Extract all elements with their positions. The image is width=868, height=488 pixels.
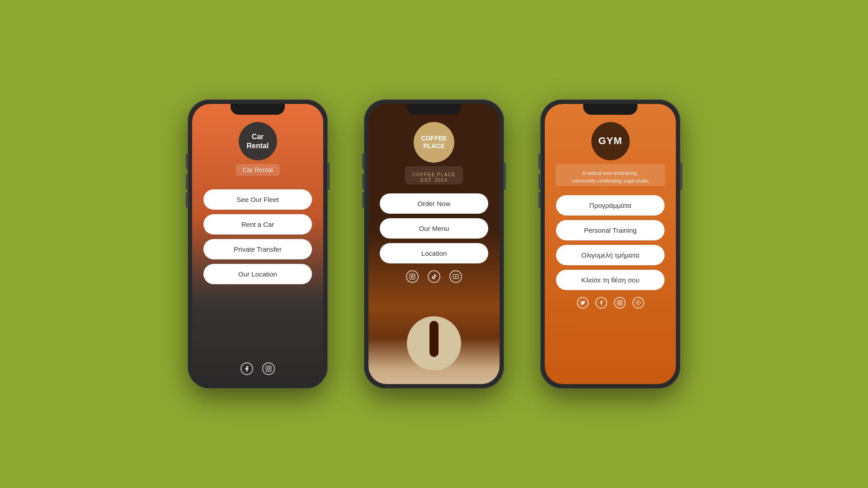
youtube-icon[interactable] — [449, 270, 462, 283]
oligomeli-button[interactable]: Ολιγομελή τμήματα — [556, 245, 665, 265]
svg-marker-7 — [455, 276, 457, 278]
notch-car-rental — [231, 104, 285, 115]
notch-gym — [583, 104, 637, 115]
gym-instagram-icon[interactable] — [614, 297, 626, 309]
gym-decoration — [617, 343, 676, 384]
svg-point-5 — [414, 275, 414, 275]
coffee-menu: Order Now Our Menu Location — [380, 193, 488, 263]
gym-social-icons — [577, 297, 644, 309]
svg-rect-8 — [618, 300, 622, 305]
kleise-thesi-button[interactable]: Κλείσε τη θέση σου — [556, 270, 665, 290]
svg-point-4 — [411, 276, 414, 278]
phone-gym: GYM A radical-love-embracing,community-c… — [540, 99, 680, 389]
our-location-button[interactable]: Our Location — [203, 264, 312, 284]
order-now-button[interactable]: Order Now — [380, 193, 488, 214]
svg-point-9 — [619, 302, 621, 304]
car-rental-logo: CarRental — [239, 122, 277, 160]
phone-screen-coffee-place: COFFEEPLACE COFFEE PLACEEST. 2014 Order … — [368, 104, 500, 384]
facebook-icon[interactable] — [241, 362, 253, 375]
gym-name-box: A radical-love-embracing,community-celeb… — [556, 164, 665, 186]
coffee-logo-text: COFFEEPLACE — [421, 135, 447, 150]
phone-car-rental: CarRental Car Rental See Our Fleet Rent … — [188, 99, 328, 389]
car-rental-app-name: Car Rental — [243, 166, 273, 174]
car-rental-social — [241, 362, 275, 375]
instagram-icon[interactable] — [262, 362, 275, 375]
phone-coffee-place: COFFEEPLACE COFFEE PLACEEST. 2014 Order … — [364, 99, 504, 389]
car-rental-logo-text: CarRental — [247, 132, 269, 150]
rent-car-button[interactable]: Rent a Car — [203, 214, 312, 235]
our-menu-button[interactable]: Our Menu — [380, 218, 488, 239]
car-rental-screen: CarRental Car Rental See Our Fleet Rent … — [192, 104, 323, 384]
coffee-name-box: COFFEE PLACEEST. 2014 — [405, 166, 463, 184]
svg-point-2 — [270, 367, 270, 367]
svg-point-1 — [268, 368, 270, 370]
gym-twitter-icon[interactable] — [577, 297, 589, 309]
tiktok-icon[interactable] — [428, 270, 440, 283]
coffee-logo: COFFEEPLACE — [414, 122, 454, 163]
gym-logo-text: GYM — [598, 135, 622, 147]
coffee-place-screen: COFFEEPLACE COFFEE PLACEEST. 2014 Order … — [368, 104, 500, 384]
svg-rect-3 — [410, 274, 415, 279]
coffee-header: COFFEEPLACE COFFEE PLACEEST. 2014 — [405, 104, 463, 184]
notch-coffee-place — [407, 104, 461, 115]
gym-screen: GYM A radical-love-embracing,community-c… — [545, 104, 676, 384]
car-rental-menu: See Our Fleet Rent a Car Private Transfe… — [203, 189, 312, 358]
coffee-instagram-icon[interactable] — [406, 270, 419, 283]
spotify-icon[interactable] — [632, 297, 644, 309]
gym-subtitle-text: A radical-love-embracing,community-celeb… — [563, 169, 658, 184]
coffee-social — [406, 270, 462, 283]
coffee-app-name: COFFEE PLACEEST. 2014 — [412, 172, 456, 183]
gym-facebook-icon[interactable] — [595, 297, 607, 309]
private-transfer-button[interactable]: Private Transfer — [203, 239, 312, 259]
gym-logo: GYM — [591, 122, 630, 160]
see-fleet-button[interactable]: See Our Fleet — [203, 189, 312, 210]
phone-screen-gym: GYM A radical-love-embracing,community-c… — [545, 104, 676, 384]
personal-training-button[interactable]: Personal Training — [556, 220, 665, 240]
svg-rect-0 — [266, 366, 271, 371]
programmata-button[interactable]: Προγράμματα — [556, 195, 665, 216]
phone-screen-car-rental: CarRental Car Rental See Our Fleet Rent … — [192, 104, 323, 384]
svg-point-10 — [621, 301, 621, 302]
car-rental-name-box: Car Rental — [236, 164, 280, 176]
location-button[interactable]: Location — [380, 243, 488, 263]
gym-menu: Προγράμματα Personal Training Ολιγομελή … — [556, 195, 665, 290]
